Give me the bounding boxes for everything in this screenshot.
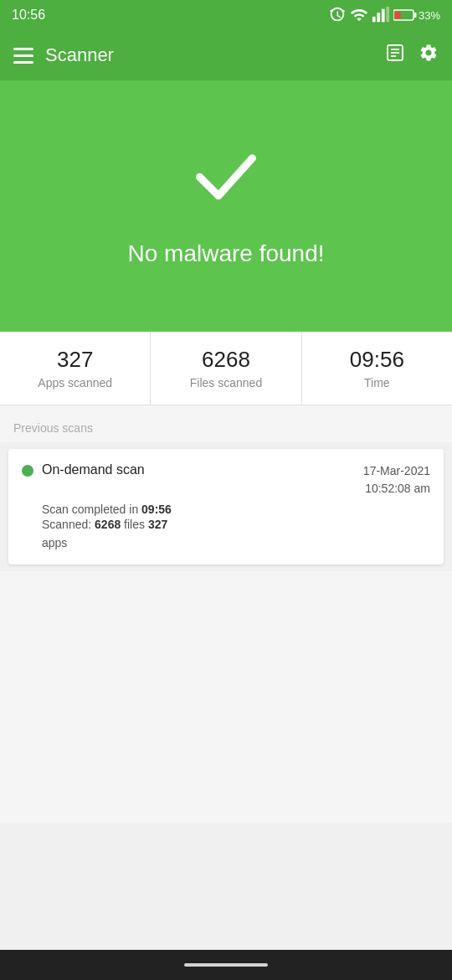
scan-apps: apps <box>42 536 430 549</box>
settings-icon <box>419 43 439 63</box>
menu-button[interactable] <box>13 48 33 64</box>
report-button[interactable] <box>385 43 405 68</box>
scan-completed-time: 09:56 <box>141 503 172 516</box>
status-dot <box>22 465 33 477</box>
scan-completed-label: Scan completed in <box>42 503 141 516</box>
previous-scans-label: Previous scans <box>13 421 93 435</box>
home-indicator[interactable] <box>184 963 268 967</box>
hamburger-line-1 <box>13 48 33 50</box>
scan-date: 17-Mar-2021 <box>363 462 430 480</box>
files-scanned-number: 6268 <box>202 347 250 373</box>
files-count: 6268 <box>95 518 121 531</box>
status-time: 10:56 <box>12 8 45 23</box>
svg-rect-2 <box>382 9 385 23</box>
wifi-icon <box>350 6 368 24</box>
scanned-label: Scanned: <box>42 518 95 531</box>
time-number: 09:56 <box>350 347 404 373</box>
scan-time: 10:52:08 am <box>363 480 430 498</box>
apps-scanned-number: 327 <box>57 347 93 373</box>
svg-rect-6 <box>394 12 400 19</box>
battery-icon: 33% <box>393 8 440 22</box>
scan-scanned-text: Scanned: 6268 files 327 <box>42 518 430 531</box>
hamburger-line-2 <box>13 54 33 57</box>
scan-date-block: 17-Mar-2021 10:52:08 am <box>363 462 430 498</box>
previous-scans-header: Previous scans <box>0 405 452 442</box>
svg-rect-5 <box>413 13 416 18</box>
toolbar-left: Scanner <box>13 44 114 66</box>
hero-section: No malware found! <box>0 80 452 332</box>
hamburger-line-3 <box>13 61 33 64</box>
files-label: files <box>121 518 148 531</box>
signal-icon <box>372 6 390 24</box>
scan-card-left: On-demand scan <box>22 462 145 477</box>
stat-apps-scanned: 327 Apps scanned <box>0 332 151 405</box>
stat-time: 09:56 Time <box>302 332 452 405</box>
time-label: Time <box>364 376 390 389</box>
scan-card: On-demand scan 17-Mar-2021 10:52:08 am S… <box>8 449 444 565</box>
apps-scanned-label: Apps scanned <box>38 376 112 389</box>
scan-card-header: On-demand scan 17-Mar-2021 10:52:08 am <box>22 462 430 498</box>
stats-bar: 327 Apps scanned 6268 Files scanned 09:5… <box>0 332 452 405</box>
alarm-icon <box>328 6 347 24</box>
nav-bar <box>0 950 452 980</box>
toolbar: Scanner <box>0 30 452 80</box>
svg-rect-3 <box>386 7 389 22</box>
battery-percent: 33% <box>419 9 440 22</box>
toolbar-right <box>385 43 439 68</box>
stat-files-scanned: 6268 Files scanned <box>151 332 301 405</box>
status-bar: 10:56 33% <box>0 0 452 30</box>
content-area <box>0 571 452 823</box>
battery-shape <box>393 8 417 22</box>
list-icon <box>385 43 405 63</box>
scan-completed-text: Scan completed in 09:56 <box>42 503 430 516</box>
svg-rect-1 <box>377 13 380 22</box>
apps-count: 327 <box>148 518 167 531</box>
files-scanned-label: Files scanned <box>190 376 262 389</box>
hero-title: No malware found! <box>127 240 324 267</box>
status-icons: 33% <box>328 6 440 24</box>
svg-rect-0 <box>372 17 376 22</box>
scan-name: On-demand scan <box>42 462 145 477</box>
scan-details: Scan completed in 09:56 Scanned: 6268 fi… <box>22 503 430 549</box>
settings-button[interactable] <box>419 43 439 68</box>
app-title: Scanner <box>45 44 114 66</box>
checkmark-icon <box>188 137 264 224</box>
